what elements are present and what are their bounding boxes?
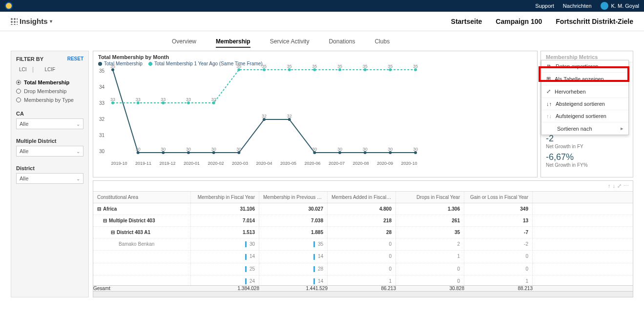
chart-datalabel: 30	[363, 147, 368, 152]
drill-down-icon[interactable]: ↓	[613, 183, 616, 189]
chart-datalabel: 33	[110, 97, 115, 102]
chart-datalabel: 30	[388, 147, 393, 152]
avatar-icon	[601, 2, 608, 10]
bar-indicator-icon	[313, 278, 315, 284]
kpi-net-growth-label: Net Growth in FY	[546, 144, 628, 149]
chart-datalabel: 30	[161, 147, 166, 152]
support-link[interactable]: Support	[535, 3, 554, 9]
table-row[interactable]: ⊟Multiple District 4037.0147.03821826113	[93, 215, 633, 227]
export-icon: 🗎	[546, 63, 552, 69]
col-membership-fy[interactable]: Membership in Fiscal Year	[191, 192, 259, 203]
menu-sort-desc[interactable]: ↓↑ Absteigend sortieren	[541, 98, 628, 110]
data-table-card: ↑ ↓ ⤢ ⋯ Constitutional Area Membership i…	[93, 180, 633, 297]
legend-marker-series2-icon	[147, 61, 153, 67]
legend-marker-series1-icon	[98, 62, 102, 66]
more-options-icon[interactable]: ⋯	[623, 183, 629, 189]
table-horizontal-scrollbar[interactable]	[93, 291, 633, 297]
menu-sort-by[interactable]: Sortieren nach ▸	[541, 122, 628, 135]
chevron-down-icon: ⌄	[76, 176, 80, 181]
chart-datalabel: 35	[110, 64, 115, 69]
nav-startseite[interactable]: Startseite	[451, 18, 482, 25]
kpi-net-growth-value: -2	[546, 134, 628, 144]
app-title[interactable]: Insights ▾	[11, 17, 52, 25]
expand-icon[interactable]: ⊟	[103, 218, 107, 223]
radio-total-membership[interactable]: Total Membership	[16, 79, 83, 85]
table-row[interactable]: 2528000	[93, 263, 633, 275]
chart-datalabel: 35	[363, 64, 368, 69]
chart-datalabel: 35	[236, 64, 241, 69]
tab-overview[interactable]: Overview	[172, 38, 196, 48]
expand-icon[interactable]: ⊟	[111, 230, 115, 235]
expand-all-icon[interactable]: ⤢	[617, 183, 622, 189]
filter-ca-dropdown[interactable]: Alle⌄	[16, 118, 83, 129]
report-tabs: Overview Membership Service Activity Don…	[11, 35, 633, 51]
table-row[interactable]: Bamako Benkan303502-2	[93, 238, 633, 251]
sub-bar: Insights ▾ Startseite Campaign 100 Forts…	[0, 12, 644, 31]
bar-indicator-icon	[245, 278, 247, 284]
brand-logo	[5, 2, 13, 10]
col-gainloss[interactable]: Gain or Loss in Fiscal Year	[464, 192, 533, 203]
chart-datalabel: 33	[136, 97, 141, 102]
user-menu[interactable]: K. M. Goyal	[601, 2, 639, 10]
table-header: Constitutional Area Membership in Fiscal…	[93, 191, 633, 203]
filter-ca-label: CA	[16, 111, 83, 117]
radio-membership-by-type[interactable]: Membership by Type	[16, 97, 83, 103]
chart-datalabel: 32	[287, 114, 292, 118]
filter-district-dropdown[interactable]: Alle⌄	[16, 173, 83, 184]
chart-datalabel: 30	[337, 147, 342, 152]
chart-datalabel: 33	[186, 97, 191, 102]
col-added[interactable]: Members Added in Fiscal Year	[328, 192, 396, 203]
filter-md-dropdown[interactable]: Alle⌄	[16, 146, 83, 157]
org-segment[interactable]: LCI LCIF	[16, 67, 83, 73]
chart-datalabel: 32	[262, 114, 267, 118]
chart-datalabel: 30	[136, 147, 141, 152]
filter-panel: FILTER BY RESET LCI LCIF Total Membershi…	[11, 51, 89, 297]
table-row[interactable]: ⊟Africa31.10630.0274.8001.306349	[93, 203, 633, 215]
nav-campaign-100[interactable]: Campaign 100	[496, 18, 542, 25]
table-body[interactable]: ⊟Africa31.10630.0274.8001.306349⊟Multipl…	[93, 203, 633, 285]
chart-plot[interactable]: 353433323130 2019-102019-112019-122020-0…	[108, 68, 420, 166]
chart-datalabel: 33	[211, 97, 216, 102]
chart-card: Total Membership by Month Total Membersh…	[93, 51, 538, 177]
filter-district-label: District	[16, 165, 83, 171]
tab-clubs[interactable]: Clubs	[374, 38, 390, 48]
col-membership-prev[interactable]: Membership in Previous Fiscal Year	[259, 192, 328, 203]
chart-datalabel: 33	[161, 97, 166, 102]
radio-drop-membership[interactable]: Drop Membership	[16, 88, 83, 94]
reset-button[interactable]: RESET	[67, 56, 83, 62]
menu-export-data[interactable]: 🗎 Daten exportieren	[541, 60, 628, 73]
chart-title: Total Membership by Month	[98, 54, 532, 60]
table-row[interactable]: 1414010	[93, 251, 633, 263]
col-drops[interactable]: Drops in Fiscal Year	[396, 192, 464, 203]
drill-up-icon[interactable]: ↑	[608, 183, 611, 189]
menu-show-as-table[interactable]: ⊞ Als Tabelle anzeigen	[541, 73, 628, 85]
chart-datalabel: 35	[287, 64, 292, 69]
filter-md-label: Multiple District	[16, 138, 83, 144]
menu-sort-asc[interactable]: ↑↓ Aufsteigend sortieren	[541, 110, 628, 122]
menu-highlight[interactable]: ⤢ Hervorheben	[541, 85, 628, 98]
expand-icon[interactable]: ⊟	[97, 206, 101, 212]
app-grid-icon	[11, 18, 18, 25]
chart-datalabel: 35	[337, 64, 342, 69]
col-area[interactable]: Constitutional Area	[93, 192, 191, 203]
chart-datalabel: 35	[388, 64, 393, 69]
bar-indicator-icon	[245, 266, 247, 272]
chevron-down-icon: ▾	[50, 19, 52, 24]
spotlight-icon: ⤢	[546, 88, 551, 95]
chart-datalabel: 35	[262, 64, 267, 69]
messages-link[interactable]: Nachrichten	[563, 3, 592, 9]
chart-datalabel: 30	[186, 147, 191, 152]
bar-indicator-icon	[313, 266, 315, 272]
chart-datalabel: 35	[312, 64, 317, 69]
chart-datalabel: 30	[413, 147, 418, 152]
tab-membership[interactable]: Membership	[216, 38, 250, 48]
filter-by-label: FILTER BY	[16, 56, 43, 62]
table-row[interactable]: 2414101	[93, 275, 633, 285]
chart-datalabel: 30	[312, 147, 317, 152]
chevron-down-icon: ⌄	[76, 149, 80, 154]
chart-datalabel: 35	[413, 64, 418, 69]
table-row[interactable]: ⊟District 403 A11.5131.8852835-7	[93, 227, 633, 238]
tab-service-activity[interactable]: Service Activity	[270, 38, 310, 48]
tab-donations[interactable]: Donations	[329, 38, 355, 48]
nav-fortschritt[interactable]: Fortschritt Distrikt-Ziele	[556, 18, 633, 25]
